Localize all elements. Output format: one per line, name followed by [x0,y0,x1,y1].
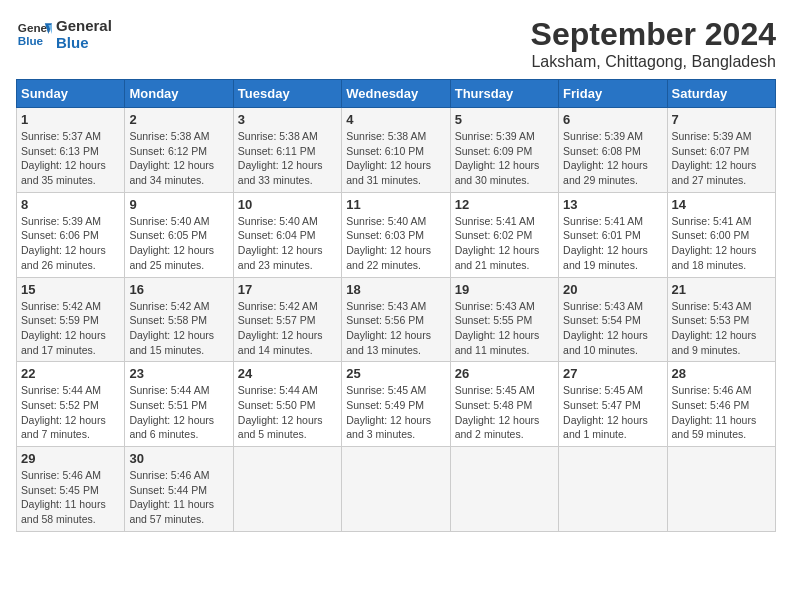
calendar-cell: 20Sunrise: 5:43 AM Sunset: 5:54 PM Dayli… [559,277,667,362]
day-detail: Sunrise: 5:42 AM Sunset: 5:58 PM Dayligh… [129,299,228,358]
day-detail: Sunrise: 5:39 AM Sunset: 6:08 PM Dayligh… [563,129,662,188]
day-detail: Sunrise: 5:41 AM Sunset: 6:02 PM Dayligh… [455,214,554,273]
day-detail: Sunrise: 5:46 AM Sunset: 5:45 PM Dayligh… [21,468,120,527]
header-friday: Friday [559,80,667,108]
day-detail: Sunrise: 5:44 AM Sunset: 5:52 PM Dayligh… [21,383,120,442]
day-number: 7 [672,112,771,127]
header-saturday: Saturday [667,80,775,108]
day-number: 29 [21,451,120,466]
day-detail: Sunrise: 5:40 AM Sunset: 6:05 PM Dayligh… [129,214,228,273]
calendar-cell: 26Sunrise: 5:45 AM Sunset: 5:48 PM Dayli… [450,362,558,447]
day-detail: Sunrise: 5:38 AM Sunset: 6:12 PM Dayligh… [129,129,228,188]
calendar-table: SundayMondayTuesdayWednesdayThursdayFrid… [16,79,776,532]
week-row-5: 29Sunrise: 5:46 AM Sunset: 5:45 PM Dayli… [17,447,776,532]
calendar-cell: 6Sunrise: 5:39 AM Sunset: 6:08 PM Daylig… [559,108,667,193]
day-detail: Sunrise: 5:43 AM Sunset: 5:56 PM Dayligh… [346,299,445,358]
calendar-cell: 11Sunrise: 5:40 AM Sunset: 6:03 PM Dayli… [342,192,450,277]
day-number: 24 [238,366,337,381]
calendar-body: 1Sunrise: 5:37 AM Sunset: 6:13 PM Daylig… [17,108,776,532]
day-detail: Sunrise: 5:42 AM Sunset: 5:59 PM Dayligh… [21,299,120,358]
header-monday: Monday [125,80,233,108]
day-number: 12 [455,197,554,212]
day-detail: Sunrise: 5:40 AM Sunset: 6:03 PM Dayligh… [346,214,445,273]
day-number: 19 [455,282,554,297]
logo-text-line2: Blue [56,34,112,51]
day-number: 1 [21,112,120,127]
calendar-cell: 24Sunrise: 5:44 AM Sunset: 5:50 PM Dayli… [233,362,341,447]
calendar-cell: 16Sunrise: 5:42 AM Sunset: 5:58 PM Dayli… [125,277,233,362]
calendar-cell: 7Sunrise: 5:39 AM Sunset: 6:07 PM Daylig… [667,108,775,193]
day-detail: Sunrise: 5:42 AM Sunset: 5:57 PM Dayligh… [238,299,337,358]
day-detail: Sunrise: 5:39 AM Sunset: 6:07 PM Dayligh… [672,129,771,188]
calendar-subtitle: Laksham, Chittagong, Bangladesh [531,53,776,71]
day-detail: Sunrise: 5:46 AM Sunset: 5:46 PM Dayligh… [672,383,771,442]
calendar-cell: 22Sunrise: 5:44 AM Sunset: 5:52 PM Dayli… [17,362,125,447]
calendar-cell: 1Sunrise: 5:37 AM Sunset: 6:13 PM Daylig… [17,108,125,193]
day-detail: Sunrise: 5:43 AM Sunset: 5:55 PM Dayligh… [455,299,554,358]
day-number: 14 [672,197,771,212]
day-number: 3 [238,112,337,127]
calendar-cell: 21Sunrise: 5:43 AM Sunset: 5:53 PM Dayli… [667,277,775,362]
day-detail: Sunrise: 5:44 AM Sunset: 5:51 PM Dayligh… [129,383,228,442]
calendar-cell [450,447,558,532]
calendar-cell: 17Sunrise: 5:42 AM Sunset: 5:57 PM Dayli… [233,277,341,362]
week-row-3: 15Sunrise: 5:42 AM Sunset: 5:59 PM Dayli… [17,277,776,362]
calendar-title: September 2024 [531,16,776,53]
logo-icon: General Blue [16,16,52,52]
day-number: 17 [238,282,337,297]
logo: General Blue General Blue [16,16,112,52]
calendar-cell: 27Sunrise: 5:45 AM Sunset: 5:47 PM Dayli… [559,362,667,447]
calendar-cell: 29Sunrise: 5:46 AM Sunset: 5:45 PM Dayli… [17,447,125,532]
calendar-header-row: SundayMondayTuesdayWednesdayThursdayFrid… [17,80,776,108]
calendar-cell: 5Sunrise: 5:39 AM Sunset: 6:09 PM Daylig… [450,108,558,193]
day-detail: Sunrise: 5:38 AM Sunset: 6:10 PM Dayligh… [346,129,445,188]
calendar-cell: 19Sunrise: 5:43 AM Sunset: 5:55 PM Dayli… [450,277,558,362]
day-number: 20 [563,282,662,297]
day-detail: Sunrise: 5:41 AM Sunset: 6:00 PM Dayligh… [672,214,771,273]
header-tuesday: Tuesday [233,80,341,108]
calendar-cell: 14Sunrise: 5:41 AM Sunset: 6:00 PM Dayli… [667,192,775,277]
title-area: September 2024 Laksham, Chittagong, Bang… [531,16,776,71]
header: General Blue General Blue September 2024… [16,16,776,71]
day-number: 16 [129,282,228,297]
day-detail: Sunrise: 5:45 AM Sunset: 5:48 PM Dayligh… [455,383,554,442]
day-detail: Sunrise: 5:46 AM Sunset: 5:44 PM Dayligh… [129,468,228,527]
day-number: 4 [346,112,445,127]
calendar-cell: 8Sunrise: 5:39 AM Sunset: 6:06 PM Daylig… [17,192,125,277]
day-number: 27 [563,366,662,381]
header-wednesday: Wednesday [342,80,450,108]
day-number: 23 [129,366,228,381]
day-number: 6 [563,112,662,127]
svg-text:Blue: Blue [18,34,44,47]
calendar-cell [233,447,341,532]
header-sunday: Sunday [17,80,125,108]
day-number: 18 [346,282,445,297]
calendar-cell [342,447,450,532]
day-detail: Sunrise: 5:41 AM Sunset: 6:01 PM Dayligh… [563,214,662,273]
calendar-cell: 13Sunrise: 5:41 AM Sunset: 6:01 PM Dayli… [559,192,667,277]
week-row-2: 8Sunrise: 5:39 AM Sunset: 6:06 PM Daylig… [17,192,776,277]
day-number: 28 [672,366,771,381]
day-detail: Sunrise: 5:44 AM Sunset: 5:50 PM Dayligh… [238,383,337,442]
day-detail: Sunrise: 5:37 AM Sunset: 6:13 PM Dayligh… [21,129,120,188]
day-detail: Sunrise: 5:38 AM Sunset: 6:11 PM Dayligh… [238,129,337,188]
day-number: 10 [238,197,337,212]
day-number: 15 [21,282,120,297]
calendar-cell: 23Sunrise: 5:44 AM Sunset: 5:51 PM Dayli… [125,362,233,447]
day-number: 21 [672,282,771,297]
calendar-cell: 18Sunrise: 5:43 AM Sunset: 5:56 PM Dayli… [342,277,450,362]
day-detail: Sunrise: 5:43 AM Sunset: 5:54 PM Dayligh… [563,299,662,358]
calendar-cell: 28Sunrise: 5:46 AM Sunset: 5:46 PM Dayli… [667,362,775,447]
day-detail: Sunrise: 5:45 AM Sunset: 5:49 PM Dayligh… [346,383,445,442]
day-number: 13 [563,197,662,212]
calendar-cell: 3Sunrise: 5:38 AM Sunset: 6:11 PM Daylig… [233,108,341,193]
calendar-cell: 10Sunrise: 5:40 AM Sunset: 6:04 PM Dayli… [233,192,341,277]
calendar-cell: 4Sunrise: 5:38 AM Sunset: 6:10 PM Daylig… [342,108,450,193]
day-number: 2 [129,112,228,127]
week-row-4: 22Sunrise: 5:44 AM Sunset: 5:52 PM Dayli… [17,362,776,447]
calendar-cell: 25Sunrise: 5:45 AM Sunset: 5:49 PM Dayli… [342,362,450,447]
calendar-cell [667,447,775,532]
day-number: 22 [21,366,120,381]
day-number: 30 [129,451,228,466]
day-detail: Sunrise: 5:40 AM Sunset: 6:04 PM Dayligh… [238,214,337,273]
